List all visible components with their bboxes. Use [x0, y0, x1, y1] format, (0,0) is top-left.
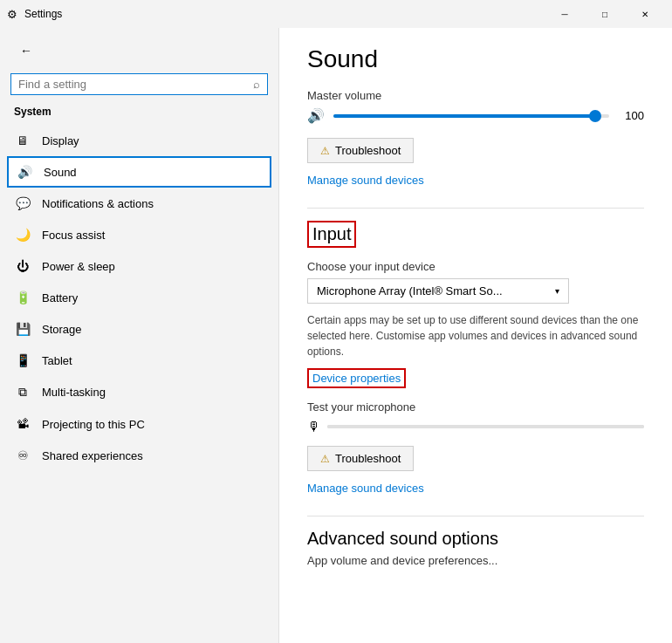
section-divider-1 [307, 208, 644, 209]
tablet-icon: 📱 [14, 353, 31, 367]
power-icon: ⏻ [14, 259, 31, 273]
sidebar: ← ⌕ System 🖥 Display 🔊 Sound 💬 Notificat… [0, 28, 279, 643]
back-button[interactable]: ← [14, 38, 38, 63]
settings-icon: ⚙ [7, 8, 17, 21]
manage-sound-link[interactable]: Manage sound devices [307, 174, 424, 187]
advanced-title: Advanced sound options [307, 529, 644, 549]
troubleshoot-label: Troubleshoot [335, 144, 401, 157]
close-button[interactable]: ✕ [625, 0, 665, 28]
nav-item-power[interactable]: ⏻ Power & sleep [0, 250, 278, 282]
nav-item-tablet[interactable]: 📱 Tablet [0, 345, 278, 376]
focus-icon: 🌙 [14, 228, 31, 242]
display-icon: 🖥 [14, 133, 31, 147]
device-properties-link[interactable]: Device properties [309, 370, 404, 386]
projecting-icon: 📽 [14, 417, 31, 431]
nav-item-battery[interactable]: 🔋 Battery [0, 282, 278, 313]
nav-item-notifications[interactable]: 💬 Notifications & actions [0, 188, 278, 219]
choose-input-label: Choose your input device [307, 260, 644, 273]
nav-label-sound: Sound [44, 166, 77, 179]
troubleshoot-button[interactable]: ⚠ Troubleshoot [307, 138, 414, 163]
input-section-title: Input [312, 224, 351, 243]
nav-item-storage[interactable]: 💾 Storage [0, 313, 278, 345]
volume-row: 🔊 100 [307, 107, 644, 124]
volume-slider-fill [333, 114, 595, 118]
test-mic-label: Test your microphone [307, 400, 644, 414]
input-section-title-wrapper: Input [307, 221, 356, 248]
nav-label-power: Power & sleep [42, 260, 115, 273]
search-input[interactable] [18, 78, 248, 91]
mic-row: 🎙 [307, 419, 644, 434]
minimize-button[interactable]: ─ [545, 0, 585, 28]
nav-label-battery: Battery [42, 291, 78, 304]
nav-label-notifications: Notifications & actions [42, 197, 154, 210]
volume-slider-thumb[interactable] [589, 110, 601, 122]
content-area: Sound Master volume 🔊 100 ⚠ Troubleshoot… [279, 28, 672, 643]
mic-icon: 🎙 [307, 419, 320, 434]
search-box[interactable]: ⌕ [10, 73, 268, 95]
nav-label-focus: Focus assist [42, 229, 105, 242]
nav-item-projecting[interactable]: 📽 Projecting to this PC [0, 408, 278, 440]
sidebar-section-label: System [0, 102, 278, 125]
sound-icon: 🔊 [16, 165, 33, 179]
warning-icon: ⚠ [320, 145, 330, 157]
multitasking-icon: ⧉ [14, 385, 31, 400]
manage-sound-link-2[interactable]: Manage sound devices [307, 482, 424, 495]
nav-item-display[interactable]: 🖥 Display [0, 125, 278, 156]
input-info-text: Certain apps may be set up to use differ… [307, 312, 639, 359]
titlebar-title: Settings [24, 8, 62, 20]
troubleshoot-button-2[interactable]: ⚠ Troubleshoot [307, 446, 414, 471]
titlebar-controls: ─ □ ✕ [545, 0, 665, 28]
master-volume-label: Master volume [307, 89, 644, 102]
search-icon: ⌕ [253, 78, 260, 91]
volume-icon: 🔊 [307, 107, 325, 124]
mic-level-track [327, 425, 644, 428]
nav-item-shared[interactable]: ♾ Shared experiences [0, 440, 278, 471]
titlebar-left: ⚙ Settings [7, 8, 62, 21]
input-device-value: Microphone Array (Intel® Smart So... [317, 284, 503, 298]
nav-label-storage: Storage [42, 323, 82, 336]
nav-item-multitasking[interactable]: ⧉ Multi-tasking [0, 376, 278, 408]
troubleshoot-label-2: Troubleshoot [335, 452, 401, 465]
volume-value: 100 [618, 109, 644, 122]
nav-label-display: Display [42, 134, 79, 147]
maximize-button[interactable]: □ [585, 0, 625, 28]
notifications-icon: 💬 [14, 196, 31, 210]
app-container: ← ⌕ System 🖥 Display 🔊 Sound 💬 Notificat… [0, 28, 672, 643]
back-icon: ← [20, 44, 32, 58]
titlebar: ⚙ Settings ─ □ ✕ [0, 0, 672, 28]
device-props-wrapper: Device properties [307, 368, 406, 388]
input-device-dropdown[interactable]: Microphone Array (Intel® Smart So... ▾ [307, 278, 569, 304]
battery-icon: 🔋 [14, 291, 31, 304]
nav-item-sound[interactable]: 🔊 Sound [7, 156, 271, 188]
nav-item-focus[interactable]: 🌙 Focus assist [0, 219, 278, 250]
warning-icon-2: ⚠ [320, 453, 330, 465]
nav-label-projecting: Projecting to this PC [42, 418, 145, 431]
section-divider-2 [307, 516, 644, 516]
page-title: Sound [307, 45, 644, 73]
nav-label-shared: Shared experiences [42, 449, 143, 462]
volume-slider-track[interactable] [333, 114, 609, 118]
nav-label-multitasking: Multi-tasking [42, 386, 106, 399]
advanced-sub: App volume and device preferences... [307, 554, 644, 567]
nav-label-tablet: Tablet [42, 354, 72, 367]
shared-icon: ♾ [14, 448, 31, 462]
storage-icon: 💾 [14, 322, 31, 336]
dropdown-arrow-icon: ▾ [555, 286, 559, 296]
sidebar-header: ← [0, 28, 278, 73]
